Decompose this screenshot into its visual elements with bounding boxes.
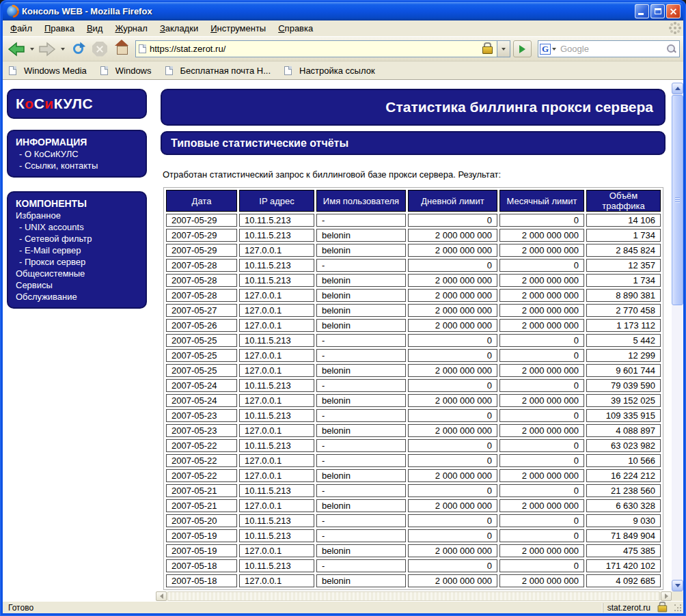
vertical-scroll-thumb[interactable] [672, 95, 683, 305]
maximize-icon [655, 8, 661, 14]
table-cell: 0 [499, 559, 584, 572]
table-row: 2007-05-1810.11.5.213-00171 420 102 [166, 559, 661, 572]
table-cell: 2007-05-29 [166, 214, 237, 227]
scroll-up-button[interactable] [672, 83, 683, 94]
sidebar-section-title: ИНФОРМАЦИЯ [16, 136, 138, 148]
table-row: 2007-05-22127.0.0.1belonin2 000 000 0002… [166, 469, 661, 482]
table-cell: 109 335 915 [586, 409, 661, 422]
firefox-icon [7, 5, 18, 17]
site-logo[interactable]: КоСиКУЛС [7, 89, 147, 119]
logo-segment: К [16, 96, 25, 111]
table-header-cell: Дата [166, 190, 237, 212]
google-engine-icon[interactable]: G [540, 44, 551, 55]
sidebar-item-system[interactable]: Общесистемные [16, 268, 138, 279]
go-button[interactable] [513, 40, 532, 57]
bookmark-label: Windows [115, 66, 152, 76]
navigation-toolbar: https://stat.zerot.ru/ G Google [3, 36, 683, 61]
horizontal-scrollbar[interactable] [156, 591, 672, 601]
stop-icon [92, 42, 107, 57]
table-cell: 0 [499, 259, 584, 272]
minimize-button[interactable] [635, 4, 649, 18]
table-cell: 10.11.5.213 [239, 334, 314, 347]
table-header-cell: IP адрес [239, 190, 314, 212]
address-dropdown-button[interactable] [497, 40, 510, 57]
security-lock-icon[interactable] [658, 604, 666, 611]
table-cell: 2 000 000 000 [408, 274, 497, 287]
chevron-down-icon [502, 48, 506, 51]
reload-button[interactable] [68, 39, 88, 59]
sidebar-section-info: ИНФОРМАЦИЯ - О КоСиКУЛС - Ссылки, контак… [7, 130, 147, 178]
sidebar-item-favorites[interactable]: Избранное [16, 210, 138, 221]
search-box[interactable]: G Google [538, 40, 680, 57]
stop-button[interactable] [90, 39, 110, 59]
close-button[interactable] [666, 4, 681, 18]
sidebar-item-links-contacts[interactable]: - Ссылки, контакты [16, 160, 138, 171]
scroll-right-button[interactable] [661, 591, 672, 601]
table-cell: 0 [499, 514, 584, 527]
bookmark-item[interactable]: Настройка ссылок [284, 66, 375, 76]
table-cell: 0 [499, 409, 584, 422]
menu-view[interactable]: Вид [81, 21, 109, 36]
forward-dropdown[interactable] [59, 39, 66, 59]
menu-help[interactable]: Справка [272, 21, 319, 36]
search-input[interactable]: Google [557, 44, 666, 54]
table-cell: 10.11.5.213 [239, 274, 314, 287]
table-cell: 2 000 000 000 [499, 274, 584, 287]
maximize-button[interactable] [650, 4, 665, 18]
table-cell: belonin [316, 304, 406, 317]
table-cell: 2007-05-24 [166, 379, 237, 392]
table-cell: 2 000 000 000 [408, 424, 497, 437]
scroll-down-button[interactable] [672, 580, 683, 591]
table-cell: 0 [408, 484, 497, 497]
sidebar-item-unix-accounts[interactable]: - UNIX accounts [16, 221, 138, 233]
table-cell: 10 566 [586, 454, 661, 467]
back-dropdown[interactable] [28, 39, 36, 59]
sidebar-item-email-server[interactable]: - E-Mail сервер [16, 244, 138, 256]
scroll-left-button[interactable] [156, 591, 167, 601]
table-cell: - [316, 454, 406, 467]
arrow-left-icon [160, 593, 163, 599]
table-cell: 6 630 328 [586, 499, 661, 512]
table-cell: 2007-05-29 [166, 244, 237, 257]
back-button[interactable] [6, 39, 27, 59]
table-cell: 4 092 685 [586, 574, 661, 587]
table-row: 2007-05-22127.0.0.1-0010 566 [166, 454, 661, 467]
sidebar: КоСиКУЛС ИНФОРМАЦИЯ - О КоСиКУЛС - Ссылк… [7, 89, 147, 309]
bookmark-item[interactable]: Windows [100, 66, 152, 76]
table-cell: 2 000 000 000 [408, 544, 497, 557]
table-cell: 1 734 [586, 274, 661, 287]
site-identity-panel[interactable]: stat.zerot.ru [603, 603, 673, 613]
table-cell: 0 [499, 439, 584, 452]
home-button[interactable] [111, 39, 132, 59]
menu-bookmarks[interactable]: Закладки [154, 21, 204, 36]
menu-history[interactable]: Журнал [109, 21, 153, 36]
forward-button[interactable] [37, 39, 57, 59]
table-cell: - [316, 529, 406, 542]
sidebar-item-services[interactable]: Сервисы [16, 279, 138, 291]
vertical-scrollbar[interactable] [672, 83, 683, 591]
table-header-row: ДатаIP адресИмя пользователяДневной лими… [166, 190, 661, 212]
sidebar-item-network-filter[interactable]: - Сетевой фильтр [16, 233, 138, 244]
address-bar[interactable]: https://stat.zerot.ru/ [135, 40, 497, 57]
menu-file[interactable]: Файл [4, 21, 38, 36]
bookmark-item[interactable]: Бесплатная почта Н... [165, 66, 271, 76]
table-cell: 2007-05-24 [166, 394, 237, 407]
sidebar-item-maintenance[interactable]: Обслуживание [16, 291, 138, 303]
logo-segment: С [34, 96, 45, 111]
search-icon[interactable] [666, 44, 676, 54]
menu-tools[interactable]: Инструменты [204, 21, 272, 36]
sidebar-item-about[interactable]: - О КоСиКУЛС [16, 148, 138, 160]
lock-icon[interactable] [482, 45, 491, 53]
horizontal-scroll-thumb[interactable] [167, 591, 660, 601]
sidebar-item-proxy-server[interactable]: - Прокси сервер [16, 256, 138, 268]
search-engine-dropdown[interactable] [551, 39, 557, 59]
table-cell: 2 000 000 000 [408, 304, 497, 317]
table-cell: 39 152 025 [586, 394, 661, 407]
resize-grip[interactable] [673, 603, 683, 613]
url-text[interactable]: https://stat.zerot.ru/ [150, 44, 480, 54]
table-cell: 171 420 102 [586, 559, 661, 572]
bookmarks-toolbar: Windows Media Windows Бесплатная почта Н… [3, 61, 683, 80]
bookmark-icon [165, 66, 173, 75]
menu-edit[interactable]: Правка [38, 21, 81, 36]
bookmark-item[interactable]: Windows Media [9, 66, 87, 76]
